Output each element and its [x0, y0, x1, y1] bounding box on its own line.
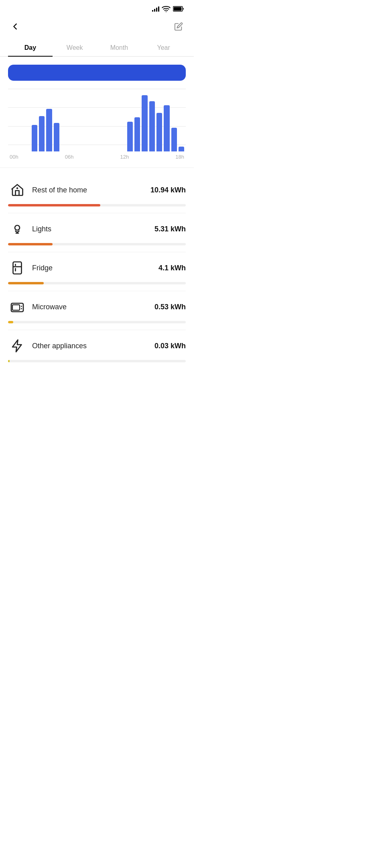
- chart-label-06h: 06h: [65, 154, 74, 160]
- chart-bar: [142, 95, 147, 151]
- back-button[interactable]: [8, 19, 22, 34]
- device-item-header: Fridge4.1 kWh: [8, 259, 186, 277]
- chart-bar: [54, 123, 59, 151]
- chart-bar: [179, 147, 184, 151]
- battery-icon: [173, 6, 184, 12]
- device-item-header: Other appliances0.03 kWh: [8, 337, 186, 355]
- device-item: Lights5.31 kWh: [8, 213, 186, 245]
- chart-bar: [171, 128, 177, 151]
- chart-bar: [156, 113, 162, 151]
- device-progress-fill: [8, 321, 13, 323]
- summary-card: [8, 65, 186, 81]
- svg-point-0: [166, 11, 167, 12]
- chart-bar: [127, 122, 133, 151]
- chart-bar: [32, 125, 37, 151]
- device-item-header: Rest of the home10.94 kWh: [8, 181, 186, 199]
- main-divider: [0, 167, 194, 168]
- fridge-icon: [8, 259, 26, 277]
- device-name: Rest of the home: [32, 186, 150, 194]
- device-value: 5.31 kWh: [154, 225, 186, 233]
- signal-icon: [152, 6, 159, 12]
- device-progress-fill: [8, 360, 10, 362]
- device-progress-bar: [8, 282, 186, 284]
- device-value: 0.53 kWh: [154, 303, 186, 311]
- tab-day[interactable]: Day: [8, 40, 53, 56]
- chart-bar: [149, 101, 155, 151]
- device-progress-bar: [8, 243, 186, 245]
- status-icons: [152, 6, 184, 12]
- device-name: Other appliances: [32, 342, 154, 350]
- chart-container: 00h 06h 12h 18h: [8, 89, 186, 161]
- svg-rect-2: [174, 7, 182, 11]
- chart-bars: [8, 95, 186, 151]
- device-item: Other appliances0.03 kWh: [8, 330, 186, 362]
- device-item-header: Microwave0.53 kWh: [8, 298, 186, 316]
- microwave-icon: [8, 298, 26, 316]
- tabs-bar: Day Week Month Year: [0, 40, 194, 57]
- chart-bar: [46, 109, 52, 151]
- edit-button[interactable]: [171, 19, 186, 34]
- bolt-icon: [8, 337, 26, 355]
- svg-rect-11: [12, 305, 20, 310]
- device-name: Lights: [32, 225, 154, 233]
- chart-label-12h: 12h: [120, 154, 129, 160]
- device-progress-fill: [8, 282, 44, 284]
- chart-bar: [164, 105, 169, 151]
- device-item: Fridge4.1 kWh: [8, 252, 186, 284]
- chart-labels: 00h 06h 12h 18h: [8, 151, 186, 160]
- svg-point-13: [21, 308, 22, 309]
- header: [0, 15, 194, 40]
- device-progress-bar: [8, 204, 186, 206]
- chart-label-18h: 18h: [175, 154, 184, 160]
- device-progress-bar: [8, 360, 186, 362]
- home-icon: [8, 181, 26, 199]
- device-value: 0.03 kWh: [154, 342, 186, 350]
- svg-point-12: [21, 306, 22, 307]
- device-item: Microwave0.53 kWh: [8, 291, 186, 323]
- device-value: 10.94 kWh: [150, 186, 186, 194]
- tab-year[interactable]: Year: [141, 40, 186, 56]
- grid-line: [8, 89, 186, 89]
- chart-bar: [134, 117, 140, 151]
- tab-month[interactable]: Month: [97, 40, 142, 56]
- chart-label-00h: 00h: [10, 154, 18, 160]
- tab-week[interactable]: Week: [53, 40, 97, 56]
- light-icon: [8, 220, 26, 238]
- device-progress-fill: [8, 243, 53, 245]
- device-name: Microwave: [32, 303, 154, 311]
- device-item-header: Lights5.31 kWh: [8, 220, 186, 238]
- device-list: Rest of the home10.94 kWhLights5.31 kWhF…: [0, 174, 194, 362]
- chart-bar: [39, 116, 45, 151]
- device-progress-fill: [8, 204, 100, 206]
- svg-rect-6: [13, 262, 22, 274]
- wifi-icon: [162, 6, 171, 12]
- device-item: Rest of the home10.94 kWh: [8, 174, 186, 206]
- device-name: Fridge: [32, 264, 158, 272]
- device-value: 4.1 kWh: [158, 264, 186, 272]
- device-progress-bar: [8, 321, 186, 323]
- svg-point-3: [15, 225, 20, 230]
- status-bar: [0, 0, 194, 15]
